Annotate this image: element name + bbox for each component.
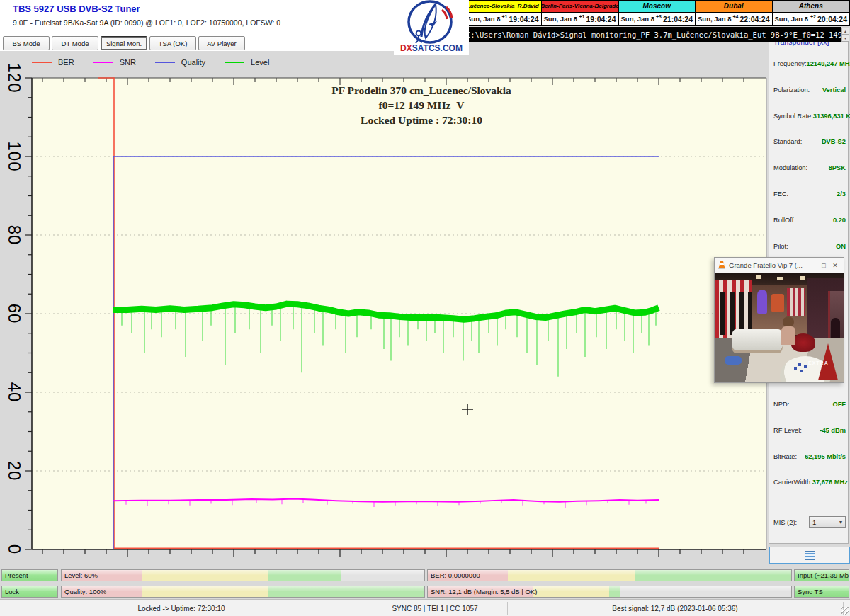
clock-city-label: Berlin-Paris-Vienna-Belgrade — [542, 1, 618, 13]
mode-button-bs-mode[interactable]: BS Mode — [3, 36, 50, 50]
chart-title: PF Prodelin 370 cm_Lucenec/Slovakiaf0=12… — [244, 83, 599, 127]
ber-meter: BER: 0,0000000 — [427, 569, 792, 581]
stream-list-button[interactable] — [769, 547, 850, 564]
field-value: 8PSK — [829, 164, 846, 171]
status-bar: Locked -> Uptime: 72:30:10 SYNC 85 | TEI… — [0, 599, 850, 616]
field-value: ON — [836, 243, 846, 250]
field-label: Polarization: — [774, 86, 810, 93]
clock-dubai: DubaiSun, Jan 8+422:04:24 — [696, 1, 773, 25]
video-blue-towel — [725, 356, 742, 365]
legend-label: SNR — [120, 58, 136, 67]
field-value: DVB-S2 — [822, 138, 846, 145]
field-npd-: NPD:OFF — [774, 401, 846, 408]
video-bathtub — [732, 329, 783, 350]
maximize-button[interactable]: □ — [818, 262, 829, 269]
chart-legend: BERSNRQualityLevel — [32, 58, 288, 67]
close-button[interactable]: ✕ — [829, 262, 841, 269]
snr-meter: SNR: 12,1 dB (Margin: 5,5 dB | OK) — [427, 586, 792, 598]
vlc-title: Grande Fratello Vip 7 (... — [729, 261, 807, 269]
y-axis-label: 20 — [4, 461, 24, 481]
clock-city-label: Lučenec-Slovakia_R.Dávid — [465, 1, 541, 13]
scroll-up-icon[interactable]: ▲ — [842, 28, 849, 35]
field-standard-: Standard:DVB-S2 — [774, 138, 846, 145]
video-watermark: EXTRA — [808, 360, 829, 365]
vlc-video-frame[interactable]: EXTRA — [715, 273, 844, 382]
field-label: Symbol Rate: — [774, 113, 813, 120]
clock-time: Sun, Jan 8+119:04:24 — [465, 13, 541, 25]
y-axis-label: 120 — [4, 62, 24, 93]
mode-button-tsa-ok-[interactable]: TSA (OK) — [149, 36, 196, 50]
clock-berlin-paris-vienna-: Berlin-Paris-Vienna-BelgradeSun, Jan 8+1… — [542, 1, 619, 25]
field-label: CarrierWidth: — [774, 479, 812, 486]
legend-item-ber: BER — [32, 58, 74, 67]
field-frequency-: Frequency:12149,247 MHz — [774, 60, 846, 67]
legend-label: Level — [251, 58, 269, 67]
clock-city-label: Dubai — [696, 1, 772, 13]
field-value: 12149,247 MHz — [807, 60, 850, 67]
mis-dropdown[interactable]: 1 ▾ — [809, 516, 846, 528]
field-value: Vertical — [822, 86, 846, 93]
minimize-button[interactable]: — — [807, 262, 818, 269]
vlc-cone-icon — [718, 261, 726, 270]
field-value: 2/3 — [837, 190, 846, 198]
resize-grip[interactable] — [841, 607, 849, 615]
y-axis-label: 80 — [4, 225, 24, 246]
console-scrollbar[interactable]: ▲ ▼ — [842, 28, 849, 42]
legend-line-icon — [225, 62, 244, 63]
legend-item-snr: SNR — [94, 58, 136, 67]
clock-athens: AthensSun, Jan 8+220:04:24 — [773, 1, 850, 25]
sync-ts-indicator: Sync TS — [794, 586, 849, 598]
field-value: OFF — [832, 401, 846, 408]
vlc-titlebar[interactable]: Grande Fratello Vip 7 (... — □ ✕ — [715, 258, 844, 273]
legend-label: BER — [58, 58, 74, 67]
field-pilot-: Pilot:ON — [774, 243, 846, 250]
field-fec-: FEC:2/3 — [774, 190, 846, 198]
mis-row: MIS (2): 1 ▾ — [774, 516, 846, 528]
field-modulation-: Modulation:8PSK — [774, 164, 846, 171]
dxsatcs-logo: DXSATCS.COM — [394, 0, 469, 55]
lock-indicator: Lock — [1, 586, 58, 598]
quality-meter: Quality: 100% — [61, 586, 425, 598]
video-orange-prop — [771, 294, 784, 312]
console-window[interactable]: C:\Users\Roman Dávid>Signal monitoring_P… — [464, 27, 841, 42]
field-value: 62,195 Mbit/s — [805, 453, 846, 460]
chart-title-line: f0=12 149 MHz_V — [244, 98, 599, 113]
field-label: NPD: — [774, 401, 789, 408]
mode-button-dt-mode[interactable]: DT Mode — [52, 36, 98, 50]
field-label: RF Level: — [774, 427, 802, 434]
clock-time: Sun, Jan 8+119:04:24 — [542, 13, 618, 25]
clock-city-label: Athens — [773, 1, 850, 13]
console-prompt-text: C:\Users\Roman Dávid>Signal monitoring_P… — [466, 30, 841, 39]
legend-line-icon — [155, 62, 175, 63]
field-carrierwidth-: CarrierWidth:37,676 MHz — [774, 479, 846, 486]
y-axis-label: 60 — [4, 304, 24, 324]
svg-text:DXSATCS.COM: DXSATCS.COM — [400, 43, 463, 53]
field-symbol-rate-: Symbol Rate:31396,831 KS/s — [774, 113, 846, 120]
video-back-wall — [787, 288, 805, 316]
mode-button-av-player[interactable]: AV Player — [198, 36, 245, 50]
field-value: -45 dBm — [820, 427, 846, 434]
field-rolloff-: RollOff:0.20 — [774, 217, 846, 224]
status-best-signal: Best signal: 12,7 dB (2023-01-06 05:36) — [507, 600, 843, 616]
field-label: RollOff: — [774, 217, 795, 224]
clock-lu-enec-slovakia-r-d: Lučenec-Slovakia_R.DávidSun, Jan 8+119:0… — [465, 1, 542, 25]
mis-label: MIS (2): — [774, 519, 797, 526]
signal-monitor-window: TBS 5927 USB DVB-S2 Tuner 9.0E - Eutelsa… — [0, 0, 850, 616]
mode-button-signal-mon-[interactable]: Signal Mon. — [101, 36, 147, 50]
field-value: 37,676 MHz — [812, 479, 848, 486]
mode-toolbar: BS ModeDT ModeSignal Mon.TSA (OK)AV Play… — [3, 36, 245, 50]
clock-time: Sun, Jan 8+321:04:24 — [619, 13, 696, 25]
mis-value: 1 — [812, 518, 816, 526]
clock-time: Sun, Jan 8+422:04:24 — [696, 13, 772, 25]
stream-list-icon — [805, 551, 815, 560]
scroll-down-icon[interactable]: ▼ — [842, 35, 849, 42]
field-polarization-: Polarization:Vertical — [774, 86, 846, 93]
chart-title-line: PF Prodelin 370 cm_Lucenec/Slovakia — [244, 83, 599, 98]
clock-time: Sun, Jan 8+220:04:24 — [773, 13, 850, 25]
video-purple-prop — [757, 290, 767, 314]
vlc-window[interactable]: Grande Fratello Vip 7 (... — □ ✕ — [714, 257, 844, 383]
legend-line-icon — [32, 62, 52, 63]
clock-city-label: Moscow — [619, 1, 696, 13]
app-title: TBS 5927 USB DVB-S2 Tuner — [13, 4, 140, 14]
world-clocks: Lučenec-Slovakia_R.DávidSun, Jan 8+119:0… — [464, 0, 850, 26]
